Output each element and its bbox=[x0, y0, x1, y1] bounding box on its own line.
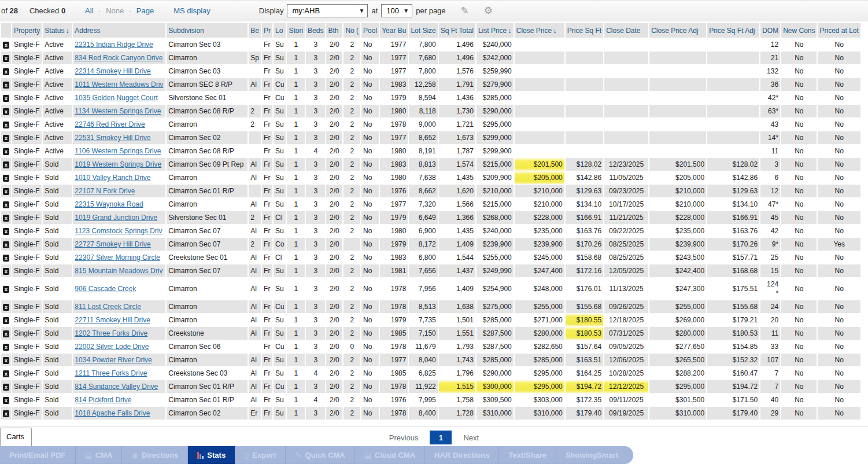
listing-address-link[interactable]: 1010 Valley Ranch Drive bbox=[75, 174, 150, 182]
listing-address-link[interactable]: 22315 Indian Ridge Drive bbox=[75, 41, 153, 49]
column-header-status[interactable]: Status↓ bbox=[43, 23, 72, 38]
tab-carts[interactable]: Carts bbox=[0, 428, 32, 446]
remove-listing-icon[interactable]: x bbox=[3, 55, 9, 62]
remove-listing-icon[interactable]: x bbox=[3, 68, 9, 75]
column-header-new_construction[interactable]: New Cons bbox=[781, 23, 817, 38]
column-header-close_price[interactable]: Close Price↓ bbox=[515, 23, 564, 38]
column-header-close_date[interactable]: Close Date bbox=[604, 23, 648, 38]
listing-address-link[interactable]: 1011 Western Meadows Driv bbox=[75, 80, 163, 89]
column-header-bath[interactable]: Bth bbox=[326, 23, 342, 38]
remove-listing-icon[interactable]: x bbox=[3, 175, 9, 182]
column-header-sqft_total[interactable]: Sq Ft Total bbox=[439, 23, 475, 38]
column-header-address[interactable]: Address bbox=[73, 23, 165, 38]
column-header-garage[interactable]: No ( bbox=[343, 23, 360, 38]
stats-button[interactable]: Stats bbox=[188, 446, 235, 464]
per-page-select[interactable]: 100▼ bbox=[381, 4, 412, 17]
previous-page-button[interactable]: Previous bbox=[389, 433, 419, 442]
listing-address-link[interactable]: 1106 Western Springs Drive bbox=[75, 147, 161, 155]
column-header-priced_at_lot[interactable]: Priced at Lot bbox=[818, 23, 860, 38]
remove-listing-icon[interactable]: x bbox=[3, 317, 9, 324]
showingsmart-button[interactable]: ShowingSmart bbox=[556, 446, 633, 464]
listing-address-link[interactable]: 1019 Grand Junction Drive bbox=[75, 214, 157, 222]
listing-address-link[interactable]: 1123 Comstock Springs Driv bbox=[75, 227, 162, 235]
column-header-close_price_adj[interactable]: Close Price Adj bbox=[649, 23, 706, 38]
column-header-lo[interactable]: Lo bbox=[274, 23, 286, 38]
remove-listing-icon[interactable]: x bbox=[3, 201, 9, 208]
listing-address-link[interactable]: 815 Mountain Meadows Driv bbox=[75, 267, 162, 275]
remove-listing-icon[interactable]: x bbox=[3, 268, 9, 275]
column-header-subdivision[interactable]: Subdivision bbox=[167, 23, 248, 38]
listing-address-link[interactable]: 906 Cascade Creek bbox=[75, 285, 136, 293]
column-header-be[interactable]: Be bbox=[249, 23, 261, 38]
remove-listing-icon[interactable]: x bbox=[3, 95, 9, 102]
next-page-button[interactable]: Next bbox=[463, 433, 479, 442]
remove-listing-icon[interactable]: x bbox=[3, 122, 9, 128]
column-header-beds[interactable]: Beds bbox=[306, 23, 325, 38]
text-share-button[interactable]: Text/Share bbox=[499, 446, 556, 464]
listing-address-link[interactable]: 22531 Smokey Hill Drive bbox=[75, 134, 150, 142]
column-header-pool[interactable]: Pool bbox=[361, 23, 379, 38]
remove-listing-icon[interactable]: x bbox=[3, 330, 9, 337]
listing-address-link[interactable]: 22107 N Fork Drive bbox=[75, 187, 135, 195]
listing-address-link[interactable]: 1035 Golden Nugget Court bbox=[75, 94, 157, 102]
listing-address-link[interactable]: 1134 Western Springs Drive bbox=[75, 107, 161, 115]
remove-listing-icon[interactable]: x bbox=[3, 82, 9, 89]
cloud-cma-button[interactable]: ▤Cloud CMA bbox=[355, 446, 425, 464]
column-header-list_price[interactable]: List Price↓ bbox=[477, 23, 514, 38]
remove-listing-icon[interactable]: x bbox=[3, 108, 9, 115]
listing-address-link[interactable]: 22727 Smokey Hill Drive bbox=[75, 240, 150, 248]
har-directions-button[interactable]: HAR Directions bbox=[425, 446, 499, 464]
column-header-property[interactable]: Property bbox=[12, 23, 42, 38]
remove-listing-icon[interactable]: x bbox=[3, 286, 9, 293]
remove-listing-icon[interactable]: x bbox=[3, 397, 9, 404]
listing-address-link[interactable]: 1034 Powder River Drive bbox=[75, 356, 152, 364]
column-header-dom[interactable]: DOM bbox=[760, 23, 780, 38]
column-header-lot_size[interactable]: Lot Size bbox=[409, 23, 437, 38]
gear-icon[interactable]: ⚙ bbox=[484, 5, 493, 17]
select-all-link[interactable]: All bbox=[85, 6, 93, 15]
cma-button[interactable]: ▤CMA bbox=[76, 446, 123, 464]
listing-address-link[interactable]: 1018 Apache Falls Drive bbox=[75, 409, 150, 417]
listing-address-link[interactable]: 22314 Smokey Hill Drive bbox=[75, 67, 150, 75]
remove-listing-icon[interactable]: x bbox=[3, 215, 9, 222]
ms-display-link[interactable]: MS display bbox=[173, 6, 210, 15]
remove-listing-icon[interactable]: x bbox=[3, 241, 9, 248]
remove-listing-icon[interactable]: x bbox=[3, 161, 9, 168]
column-header-pr[interactable]: Pr bbox=[262, 23, 272, 38]
export-button[interactable]: ▯Export bbox=[235, 446, 286, 464]
remove-listing-icon[interactable]: x bbox=[3, 344, 9, 351]
remove-listing-icon[interactable]: x bbox=[3, 42, 9, 49]
listing-address-link[interactable]: 22307 Silver Morning Circle bbox=[75, 253, 160, 262]
remove-listing-icon[interactable]: x bbox=[3, 370, 9, 377]
remove-listing-icon[interactable]: x bbox=[3, 384, 9, 391]
remove-listing-icon[interactable]: x bbox=[3, 135, 9, 142]
remove-listing-icon[interactable]: x bbox=[3, 357, 9, 364]
column-header-stories[interactable]: Stori bbox=[287, 23, 305, 38]
listing-address-link[interactable]: 1211 Three Forks Drive bbox=[75, 369, 147, 377]
listing-address-link[interactable]: 834 Red Rock Canyon Drive bbox=[75, 54, 162, 62]
quick-cma-button[interactable]: ✎Quick CMA bbox=[286, 446, 354, 464]
select-none-link[interactable]: None bbox=[106, 6, 124, 15]
listing-address-link[interactable]: 22315 Waynoka Road bbox=[75, 200, 143, 208]
listing-address-link[interactable]: 1019 Western Springs Drive bbox=[75, 160, 161, 168]
listing-address-link[interactable]: 22002 Silver Lode Drive bbox=[75, 343, 149, 351]
edit-icon[interactable]: ✎ bbox=[461, 5, 469, 17]
directions-button[interactable]: ◉Directions bbox=[122, 446, 188, 464]
select-page-link[interactable]: Page bbox=[136, 6, 154, 15]
remove-listing-icon[interactable]: x bbox=[3, 255, 9, 262]
column-header-price_sqft[interactable]: Price Sq Ft bbox=[566, 23, 603, 38]
display-select[interactable]: my:AHB▼ bbox=[287, 4, 368, 17]
remove-listing-icon[interactable]: x bbox=[3, 148, 9, 155]
remove-listing-icon[interactable]: x bbox=[3, 228, 9, 235]
remove-listing-icon[interactable]: x bbox=[3, 304, 9, 311]
listing-address-link[interactable]: 814 Pickford Drive bbox=[75, 396, 131, 404]
column-header-price_sqft_adj[interactable]: Price Sq Ft Adj bbox=[707, 23, 759, 38]
print-email-pdf-button[interactable]: Print/Email PDF bbox=[0, 446, 76, 464]
listing-address-link[interactable]: 811 Lost Creek Circle bbox=[75, 303, 141, 311]
listing-address-link[interactable]: 814 Sundance Valley Drive bbox=[75, 383, 158, 391]
listing-address-link[interactable]: 1202 Three Forks Drive bbox=[75, 329, 147, 337]
listing-address-link[interactable]: 22711 Smokey Hill Drive bbox=[75, 316, 150, 324]
column-header-year_built[interactable]: Year Bu bbox=[380, 23, 408, 38]
remove-listing-icon[interactable]: x bbox=[3, 410, 9, 417]
remove-listing-icon[interactable]: x bbox=[3, 188, 9, 195]
